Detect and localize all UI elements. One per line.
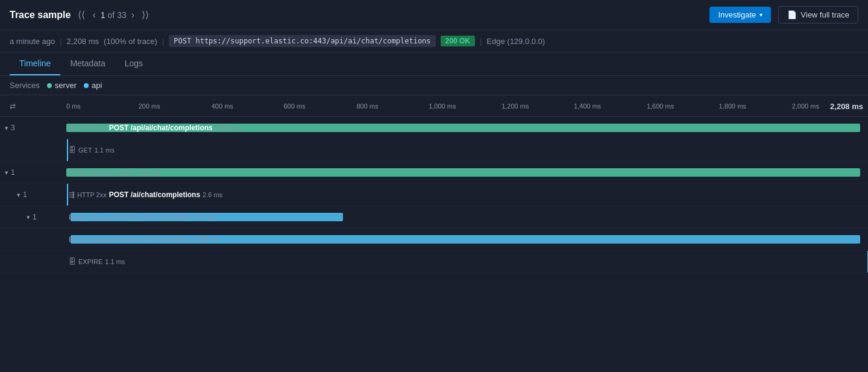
tab-logs[interactable]: Logs <box>115 52 153 75</box>
row-content: ⇶HTTP 2xxPOST /api/ai/chat/completions2,… <box>66 117 868 139</box>
meta-duration-pct: (100% of trace) <box>104 37 157 46</box>
vertical-bar <box>67 184 68 206</box>
view-full-trace-button[interactable]: 📄 View full trace <box>778 6 858 24</box>
span-count: 1 <box>11 168 15 177</box>
status-badge: 200 OK <box>441 36 475 46</box>
row-label: ▾1 <box>0 213 66 221</box>
nav-next-button[interactable]: › <box>129 9 137 21</box>
span-method: HTTP 2xx <box>77 124 107 131</box>
span-label: POST localhost:33002,201 ms <box>69 169 161 176</box>
span-method: EXPIRE <box>78 258 102 265</box>
ruler-mark: 1,600 ms <box>647 102 674 110</box>
collapse-button[interactable]: ▾ <box>27 213 30 221</box>
span-label: ⇶HTTP 2xxPOST /api/ai/chat/completions2,… <box>69 124 242 132</box>
span-duration: 777 ms <box>193 213 215 221</box>
table-row[interactable]: ▾1Elastic Support Assistant First Genera… <box>0 206 868 229</box>
services-label: Services <box>10 81 40 90</box>
ruler-mark: 200 ms <box>139 102 160 110</box>
span-duration: 2,198 ms <box>191 236 218 243</box>
meta-url: POST https://support.elastic.co:443/api/… <box>169 35 435 47</box>
nav-current: 1 <box>101 10 105 20</box>
ruler-mark: 1,400 ms <box>574 102 601 110</box>
doc-icon: 📄 <box>787 10 797 19</box>
row-content: 🗄EXPIRE1.1 ms <box>66 251 868 273</box>
services-bar: Services server api <box>0 76 868 95</box>
nav-first-button[interactable]: ⟨⟨ <box>75 9 87 21</box>
meta-time: a minute ago <box>10 37 55 46</box>
tab-timeline[interactable]: Timeline <box>10 52 60 75</box>
span-method: POST localhost:3300 <box>69 169 131 176</box>
header-right: Investigate ▾ 📄 View full trace <box>709 6 858 24</box>
span-label: 🗄GET1.1 ms <box>69 146 115 154</box>
span-method: GET <box>78 147 92 154</box>
ruler-mark: 2,000 ms <box>792 102 819 110</box>
ruler-mark: 1,000 ms <box>429 102 456 110</box>
nav-prev-button[interactable]: ‹ <box>90 9 98 21</box>
service-item-server: server <box>47 81 77 90</box>
meta-sep3: | <box>480 37 482 46</box>
span-method: HTTP 2xx <box>77 191 107 198</box>
span-duration: 2,208 ms <box>215 124 242 131</box>
db-icon: 🗄 <box>69 146 76 154</box>
span-count: 1 <box>23 191 27 199</box>
vertical-bar <box>67 139 68 161</box>
timeline-header: ⇄ 0 ms200 ms400 ms600 ms800 ms1,000 ms1,… <box>0 95 868 117</box>
db-icon: 🗄 <box>69 257 76 266</box>
chevron-down-icon: ▾ <box>760 11 763 18</box>
ruler-mark: 0 ms <box>66 102 81 110</box>
api-dot <box>84 83 89 88</box>
collapse-button[interactable]: ▾ <box>17 191 20 199</box>
row-content: Elastic Support Assistant First Generati… <box>66 206 868 228</box>
tabs: Timeline Metadata Logs <box>0 52 868 76</box>
http-icon: ⇶ <box>69 191 75 199</box>
span-duration: 2.6 ms <box>203 191 222 198</box>
table-row[interactable]: ▾1⇶HTTP 2xxPOST /ai/chat/completions2.6 … <box>0 184 868 206</box>
ruler-mark: 1,200 ms <box>502 102 529 110</box>
server-dot <box>47 83 52 88</box>
ruler-mark: 400 ms <box>212 102 233 110</box>
row-content: POST localhost:33002,201 ms <box>66 162 868 183</box>
nav-controls: ⟨⟨ ‹ 1 of 33 › ⟩⟩ <box>75 9 151 21</box>
span-duration: 1.1 ms <box>105 258 125 265</box>
span-label: 🗄EXPIRE1.1 ms <box>69 257 125 266</box>
ruler-mark: 800 ms <box>356 102 378 110</box>
investigate-label: Investigate <box>718 10 756 19</box>
ruler: 0 ms200 ms400 ms600 ms800 ms1,000 ms1,20… <box>66 95 868 117</box>
span-duration: 1.1 ms <box>95 147 115 154</box>
meta-bar: a minute ago | 2,208 ms (100% of trace) … <box>0 30 868 52</box>
collapse-button[interactable]: ▾ <box>5 124 8 132</box>
expand-icon[interactable]: ⇄ <box>10 102 16 110</box>
span-count: 1 <box>33 213 37 221</box>
header: Trace sample ⟨⟨ ‹ 1 of 33 › ⟩⟩ Investiga… <box>0 0 868 30</box>
nav-last-button[interactable]: ⟩⟩ <box>139 9 151 21</box>
collapse-button[interactable]: ▾ <box>5 169 8 177</box>
meta-sep1: | <box>60 37 61 46</box>
span-method: Elastic Support Assistant First Generati… <box>69 213 191 221</box>
span-duration: 2,201 ms <box>134 169 161 176</box>
table-row[interactable]: ▾3⇶HTTP 2xxPOST /api/ai/chat/completions… <box>0 117 868 139</box>
page-title: Trace sample <box>10 10 71 20</box>
meta-sep2: | <box>162 37 164 46</box>
nav-total: 33 <box>117 10 127 20</box>
span-label: ⇶HTTP 2xxPOST /ai/chat/completions2.6 ms <box>69 191 222 199</box>
table-row[interactable]: Elastic Support Assistant Full Generatio… <box>0 229 868 251</box>
nav-separator: of <box>108 10 115 20</box>
table-row[interactable]: 🗄EXPIRE1.1 ms <box>0 251 868 273</box>
span-path: POST /api/ai/chat/completions <box>109 124 213 132</box>
span-method: Elastic Support Assistant Full Generatio… <box>69 236 189 243</box>
row-label: ▾1 <box>0 191 66 199</box>
ruler-mark: 1,800 ms <box>719 102 746 110</box>
http-icon: ⇶ <box>69 124 75 132</box>
tab-metadata[interactable]: Metadata <box>60 52 115 75</box>
ruler-end: 2,208 ms <box>830 101 863 110</box>
table-row[interactable]: ▾1POST localhost:33002,201 ms <box>0 162 868 184</box>
ruler-marks: 0 ms200 ms400 ms600 ms800 ms1,000 ms1,20… <box>66 95 868 117</box>
span-label: Elastic Support Assistant Full Generatio… <box>69 236 219 243</box>
row-content: ⇶HTTP 2xxPOST /ai/chat/completions2.6 ms <box>66 184 868 206</box>
meta-duration: 2,208 ms <box>67 37 99 46</box>
investigate-button[interactable]: Investigate ▾ <box>709 7 771 23</box>
row-label: ▾1 <box>0 168 66 177</box>
header-left: Trace sample ⟨⟨ ‹ 1 of 33 › ⟩⟩ <box>10 9 151 21</box>
service-item-api: api <box>84 81 102 90</box>
table-row[interactable]: 🗄GET1.1 ms <box>0 139 868 162</box>
